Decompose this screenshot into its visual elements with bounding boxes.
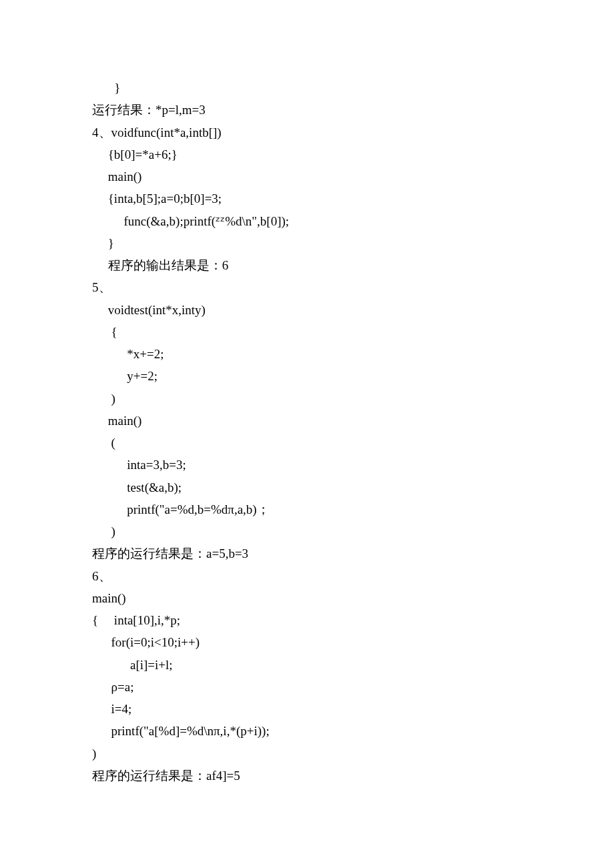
code-line: func(&a,b);printf(ᶻᶻ%d\n",b[0]); (92, 210, 519, 232)
code-line: ) (92, 520, 519, 542)
code-line: {b[0]=*a+6;} (92, 143, 519, 165)
code-line: i=4; (92, 698, 519, 720)
result-line: 运行结果：*p=l,m=3 (92, 99, 519, 121)
code-line: printf("a=%d,b=%dπ,a,b)； (92, 498, 519, 520)
code-line: main() (92, 165, 519, 187)
code-line: {inta,b[5];a=0;b[0]=3; (92, 187, 519, 209)
section-number: 5、 (92, 276, 519, 298)
code-line: printf("a[%d]=%d\nπ,i,*(p+i)); (92, 720, 519, 742)
code-line: { (92, 321, 519, 343)
code-line: { inta[10],i,*p; (92, 609, 519, 631)
code-line: ρ=a; (92, 676, 519, 698)
result-line: 程序的运行结果是：af4]=5 (92, 765, 519, 787)
document-page: } 运行结果：*p=l,m=3 4、voidfunc(int*a,intb[])… (0, 0, 519, 787)
result-line: 程序的输出结果是：6 (92, 254, 519, 276)
code-line: main() (92, 587, 519, 609)
code-line: ) (92, 743, 519, 765)
code-line: ( (92, 432, 519, 454)
section-number: 6、 (92, 565, 519, 587)
code-line: voidtest(int*x,inty) (92, 299, 519, 321)
code-line: 4、voidfunc(int*a,intb[]) (92, 121, 519, 143)
code-line: inta=3,b=3; (92, 454, 519, 476)
code-line: y+=2; (92, 365, 519, 387)
code-line: for(i=0;i<10;i++) (92, 631, 519, 653)
code-line: test(&a,b); (92, 476, 519, 498)
code-line: ) (92, 388, 519, 410)
result-line: 程序的运行结果是：a=5,b=3 (92, 542, 519, 564)
code-line: a[i]=i+l; (92, 654, 519, 676)
code-line: main() (92, 410, 519, 432)
code-line: } (92, 232, 519, 254)
code-line: *x+=2; (92, 343, 519, 365)
code-line: } (92, 77, 519, 99)
